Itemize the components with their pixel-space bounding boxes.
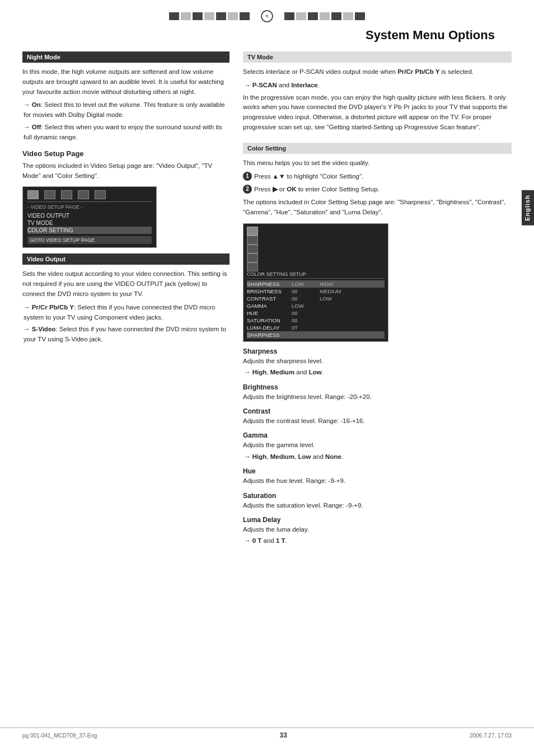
ct-saturation-val1: 00 [292,317,314,323]
ct-row-lumadelay: LUMA DELAY 0T [247,324,385,331]
ct-lumadelay-val1: 0T [292,325,314,331]
ct-icon-4 [247,253,258,262]
hue-heading: Hue [243,467,512,475]
night-mode-para1: In this mode, the high volume outputs ar… [22,67,229,97]
ct-row-gamma: GAMMA LOW [247,302,385,309]
ct-gamma-val2 [320,303,348,309]
ct-row-contrast: CONTRAST 00 LOW [247,295,385,302]
page-title: System Menu Options [22,28,512,43]
ct-contrast-val2: LOW [320,295,348,302]
night-mode-on: On: Select this to level out the volume.… [22,100,229,120]
ct-icon-3 [247,245,258,253]
ct-icon-5 [247,262,258,271]
strip-block [240,12,250,20]
step-1-row: 1 Press ▲▼ to highlight "Color Setting". [243,172,512,181]
menu-icon-5 [95,190,106,199]
two-column-layout: Night Mode In this mode, the high volume… [22,51,512,548]
ct-row-hue: HUE 00 [247,309,385,317]
footer-page-number: 33 [280,731,287,739]
crosshair-icon [261,10,273,22]
right-column: TV Mode Selects interlace or P-SCAN vide… [243,51,512,548]
luma-delay-arrow: 0 T and 1 T. [243,536,512,546]
ct-menu-icon-row [247,227,385,271]
sharpness-arrow: High, Medium and Low. [243,368,512,378]
page-footer: pg 001-041_MCD709_37-Eng 33 2006.7.27, 1… [0,727,534,739]
strip-block [204,12,214,20]
gamma-arrow: High, Medium, Low and None. [243,452,512,462]
ct-row-saturation: SATURATION 00 [247,317,385,324]
ct-lumadelay-val2 [320,325,348,331]
color-setting-para1: This menu helps you to set the video qua… [243,158,512,168]
strip-block [169,12,179,20]
ct-sharpness-val2: HIGH [320,281,348,287]
luma-delay-desc: Adjusts the luma delay. [243,525,512,534]
ct-hue-val2 [320,310,348,316]
english-tab: English [522,190,534,226]
video-setup-title: Video Setup Page [22,149,229,158]
contrast-desc: Adjusts the contrast level. Range: -16-+… [243,416,512,426]
strip-block [284,12,294,20]
main-content: System Menu Options Night Mode In this m… [0,28,534,565]
ct-brightness-val1: 00 [292,288,314,294]
menu-icon-3 [61,190,72,199]
strip-block [228,12,238,20]
footer-left: pg 001-041_MCD709_37-Eng [22,732,97,739]
ct-saturation-label: SATURATION [247,317,286,323]
strip-block [331,12,341,20]
strip-right [284,12,365,20]
sharpness-desc: Adjusts the sharpness level. [243,356,512,366]
video-setup-menu-mockup: - VIDEO SETUP PAGE - VIDEO OUTPUT TV MOD… [22,186,157,248]
strip-block [216,12,226,20]
ct-sharpness-bottom-label: SHARPNESS [247,332,286,338]
video-output-prcr: Pr/Cr Pb/Cb Y: Select this if you have c… [22,303,229,323]
video-output-svideo: S-Video: Select this if you have connect… [22,325,229,345]
left-column: Night Mode In this mode, the high volume… [22,51,229,548]
strip-block [320,12,330,20]
strip-block [193,12,203,20]
video-setup-para1: The options included in Video Setup page… [22,161,229,181]
contrast-heading: Contrast [243,407,512,415]
ct-sharpness-val1: LOW [292,281,314,287]
menu-goto: GOTO VIDEO SETUP PAGE [27,236,152,244]
color-setting-table-mockup: COLOR SETTING SETUP SHARPNESS LOW HIGH B… [243,223,388,342]
gamma-heading: Gamma [243,431,512,439]
menu-item-color-setting: COLOR SETTING [27,227,152,234]
ct-sharpness-label: SHARPNESS [247,281,286,287]
brightness-desc: Adjusts the brightness level. Range: -20… [243,392,512,402]
menu-icon-2 [44,190,55,199]
top-border [0,0,534,28]
gamma-desc: Adjusts the gamma level. [243,440,512,450]
ct-hue-label: HUE [247,310,286,316]
tv-mode-para1: Selects interlace or P-SCAN video output… [243,67,512,77]
ct-icon-1 [247,227,258,236]
ct-lumadelay-label: LUMA DELAY [247,325,286,331]
ct-row-sharpness-bottom: SHARPNESS [247,331,385,339]
step-1-text: Press ▲▼ to highlight "Color Setting". [254,172,363,181]
strip-block [308,12,318,20]
tv-mode-header: TV Mode [243,51,512,63]
video-output-header: Video Output [22,253,229,265]
ct-contrast-label: CONTRAST [247,295,286,302]
ct-hue-val1: 00 [292,310,314,316]
video-output-para1: Sets the video output according to your … [22,269,229,299]
menu-item-video-output: VIDEO OUTPUT [27,212,152,219]
ct-brightness-label: BRIGHTNESS [247,288,286,294]
strip-left [169,12,250,20]
step-1-circle: 1 [243,172,252,181]
sharpness-heading: Sharpness [243,348,512,355]
tv-mode-para2: In the progressive scan mode, you can en… [243,93,512,133]
footer-right: 2006.7.27, 17:03 [470,732,512,739]
tv-mode-options: P-SCAN and Interlace. [243,81,512,91]
night-mode-off: Off: Select this when you want to enjoy … [22,123,229,143]
strip-block [343,12,353,20]
step-2-text: Press ▶ or OK to enter Color Setting Set… [254,185,380,194]
ct-gamma-label: GAMMA [247,303,286,309]
menu-icon-4 [78,190,89,199]
ct-brightness-val2: MEDIUM [320,288,348,294]
menu-label: - VIDEO SETUP PAGE - [27,204,152,210]
luma-delay-heading: Luma Delay [243,516,512,524]
ct-contrast-val1: 00 [292,295,314,302]
saturation-desc: Adjusts the saturation level. Range: -9-… [243,501,512,510]
ct-icon-2 [247,236,258,245]
strip-block [181,12,191,20]
